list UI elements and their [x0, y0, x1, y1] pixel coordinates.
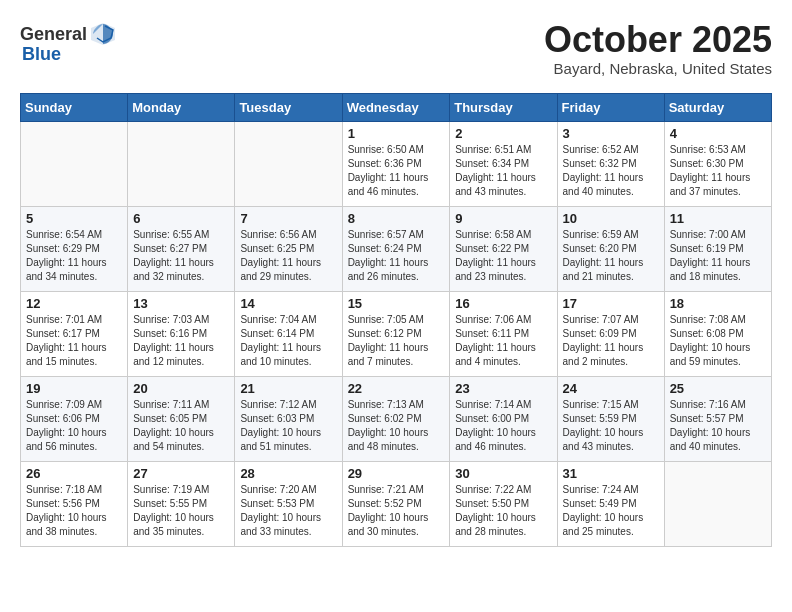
- day-number: 17: [563, 296, 659, 311]
- day-info: Sunrise: 7:18 AM Sunset: 5:56 PM Dayligh…: [26, 483, 122, 539]
- day-info: Sunrise: 7:19 AM Sunset: 5:55 PM Dayligh…: [133, 483, 229, 539]
- day-number: 11: [670, 211, 766, 226]
- weekday-header-row: SundayMondayTuesdayWednesdayThursdayFrid…: [21, 93, 772, 121]
- calendar-cell: [235, 121, 342, 206]
- calendar-cell: 6Sunrise: 6:55 AM Sunset: 6:27 PM Daylig…: [128, 206, 235, 291]
- calendar-cell: 25Sunrise: 7:16 AM Sunset: 5:57 PM Dayli…: [664, 376, 771, 461]
- day-info: Sunrise: 7:11 AM Sunset: 6:05 PM Dayligh…: [133, 398, 229, 454]
- calendar-cell: 10Sunrise: 6:59 AM Sunset: 6:20 PM Dayli…: [557, 206, 664, 291]
- calendar-cell: 12Sunrise: 7:01 AM Sunset: 6:17 PM Dayli…: [21, 291, 128, 376]
- day-number: 23: [455, 381, 551, 396]
- week-row-5: 26Sunrise: 7:18 AM Sunset: 5:56 PM Dayli…: [21, 461, 772, 546]
- day-number: 7: [240, 211, 336, 226]
- week-row-4: 19Sunrise: 7:09 AM Sunset: 6:06 PM Dayli…: [21, 376, 772, 461]
- calendar-cell: 30Sunrise: 7:22 AM Sunset: 5:50 PM Dayli…: [450, 461, 557, 546]
- day-info: Sunrise: 7:20 AM Sunset: 5:53 PM Dayligh…: [240, 483, 336, 539]
- calendar-cell: 23Sunrise: 7:14 AM Sunset: 6:00 PM Dayli…: [450, 376, 557, 461]
- day-info: Sunrise: 7:12 AM Sunset: 6:03 PM Dayligh…: [240, 398, 336, 454]
- day-info: Sunrise: 7:15 AM Sunset: 5:59 PM Dayligh…: [563, 398, 659, 454]
- day-info: Sunrise: 6:55 AM Sunset: 6:27 PM Dayligh…: [133, 228, 229, 284]
- calendar-cell: 11Sunrise: 7:00 AM Sunset: 6:19 PM Dayli…: [664, 206, 771, 291]
- weekday-header-tuesday: Tuesday: [235, 93, 342, 121]
- calendar-cell: 29Sunrise: 7:21 AM Sunset: 5:52 PM Dayli…: [342, 461, 450, 546]
- day-info: Sunrise: 7:03 AM Sunset: 6:16 PM Dayligh…: [133, 313, 229, 369]
- day-number: 29: [348, 466, 445, 481]
- calendar-cell: [21, 121, 128, 206]
- logo-blue-text: Blue: [22, 44, 61, 65]
- calendar-cell: 8Sunrise: 6:57 AM Sunset: 6:24 PM Daylig…: [342, 206, 450, 291]
- day-number: 6: [133, 211, 229, 226]
- calendar-cell: 27Sunrise: 7:19 AM Sunset: 5:55 PM Dayli…: [128, 461, 235, 546]
- calendar-cell: 18Sunrise: 7:08 AM Sunset: 6:08 PM Dayli…: [664, 291, 771, 376]
- calendar-cell: 1Sunrise: 6:50 AM Sunset: 6:36 PM Daylig…: [342, 121, 450, 206]
- day-number: 16: [455, 296, 551, 311]
- weekday-header-thursday: Thursday: [450, 93, 557, 121]
- day-info: Sunrise: 7:04 AM Sunset: 6:14 PM Dayligh…: [240, 313, 336, 369]
- day-info: Sunrise: 7:05 AM Sunset: 6:12 PM Dayligh…: [348, 313, 445, 369]
- day-number: 1: [348, 126, 445, 141]
- week-row-1: 1Sunrise: 6:50 AM Sunset: 6:36 PM Daylig…: [21, 121, 772, 206]
- calendar-cell: 3Sunrise: 6:52 AM Sunset: 6:32 PM Daylig…: [557, 121, 664, 206]
- day-info: Sunrise: 7:24 AM Sunset: 5:49 PM Dayligh…: [563, 483, 659, 539]
- day-info: Sunrise: 6:59 AM Sunset: 6:20 PM Dayligh…: [563, 228, 659, 284]
- calendar-cell: 28Sunrise: 7:20 AM Sunset: 5:53 PM Dayli…: [235, 461, 342, 546]
- calendar-cell: 21Sunrise: 7:12 AM Sunset: 6:03 PM Dayli…: [235, 376, 342, 461]
- day-info: Sunrise: 6:53 AM Sunset: 6:30 PM Dayligh…: [670, 143, 766, 199]
- calendar-cell: 4Sunrise: 6:53 AM Sunset: 6:30 PM Daylig…: [664, 121, 771, 206]
- day-number: 9: [455, 211, 551, 226]
- day-number: 24: [563, 381, 659, 396]
- page-header: General Blue October 2025 Bayard, Nebras…: [20, 20, 772, 77]
- day-number: 4: [670, 126, 766, 141]
- day-info: Sunrise: 7:13 AM Sunset: 6:02 PM Dayligh…: [348, 398, 445, 454]
- logo: General Blue: [20, 20, 115, 65]
- day-number: 22: [348, 381, 445, 396]
- day-info: Sunrise: 6:56 AM Sunset: 6:25 PM Dayligh…: [240, 228, 336, 284]
- calendar-cell: 2Sunrise: 6:51 AM Sunset: 6:34 PM Daylig…: [450, 121, 557, 206]
- day-info: Sunrise: 7:00 AM Sunset: 6:19 PM Dayligh…: [670, 228, 766, 284]
- calendar-cell: 15Sunrise: 7:05 AM Sunset: 6:12 PM Dayli…: [342, 291, 450, 376]
- calendar-cell: [128, 121, 235, 206]
- weekday-header-wednesday: Wednesday: [342, 93, 450, 121]
- day-number: 3: [563, 126, 659, 141]
- day-info: Sunrise: 6:58 AM Sunset: 6:22 PM Dayligh…: [455, 228, 551, 284]
- day-number: 14: [240, 296, 336, 311]
- calendar-table: SundayMondayTuesdayWednesdayThursdayFrid…: [20, 93, 772, 547]
- day-number: 19: [26, 381, 122, 396]
- day-info: Sunrise: 7:08 AM Sunset: 6:08 PM Dayligh…: [670, 313, 766, 369]
- calendar-cell: 22Sunrise: 7:13 AM Sunset: 6:02 PM Dayli…: [342, 376, 450, 461]
- day-number: 8: [348, 211, 445, 226]
- calendar-cell: 14Sunrise: 7:04 AM Sunset: 6:14 PM Dayli…: [235, 291, 342, 376]
- title-block: October 2025 Bayard, Nebraska, United St…: [544, 20, 772, 77]
- day-number: 26: [26, 466, 122, 481]
- day-number: 27: [133, 466, 229, 481]
- day-info: Sunrise: 7:16 AM Sunset: 5:57 PM Dayligh…: [670, 398, 766, 454]
- day-info: Sunrise: 7:21 AM Sunset: 5:52 PM Dayligh…: [348, 483, 445, 539]
- day-info: Sunrise: 7:07 AM Sunset: 6:09 PM Dayligh…: [563, 313, 659, 369]
- day-info: Sunrise: 6:57 AM Sunset: 6:24 PM Dayligh…: [348, 228, 445, 284]
- logo-icon: [89, 20, 117, 48]
- day-number: 2: [455, 126, 551, 141]
- calendar-cell: 26Sunrise: 7:18 AM Sunset: 5:56 PM Dayli…: [21, 461, 128, 546]
- day-info: Sunrise: 6:52 AM Sunset: 6:32 PM Dayligh…: [563, 143, 659, 199]
- day-info: Sunrise: 6:54 AM Sunset: 6:29 PM Dayligh…: [26, 228, 122, 284]
- day-info: Sunrise: 7:01 AM Sunset: 6:17 PM Dayligh…: [26, 313, 122, 369]
- calendar-cell: 20Sunrise: 7:11 AM Sunset: 6:05 PM Dayli…: [128, 376, 235, 461]
- day-number: 12: [26, 296, 122, 311]
- day-number: 13: [133, 296, 229, 311]
- day-info: Sunrise: 7:14 AM Sunset: 6:00 PM Dayligh…: [455, 398, 551, 454]
- weekday-header-saturday: Saturday: [664, 93, 771, 121]
- month-title: October 2025: [544, 20, 772, 60]
- calendar-cell: 17Sunrise: 7:07 AM Sunset: 6:09 PM Dayli…: [557, 291, 664, 376]
- week-row-3: 12Sunrise: 7:01 AM Sunset: 6:17 PM Dayli…: [21, 291, 772, 376]
- calendar-cell: 16Sunrise: 7:06 AM Sunset: 6:11 PM Dayli…: [450, 291, 557, 376]
- weekday-header-sunday: Sunday: [21, 93, 128, 121]
- calendar-cell: [664, 461, 771, 546]
- calendar-cell: 19Sunrise: 7:09 AM Sunset: 6:06 PM Dayli…: [21, 376, 128, 461]
- calendar-cell: 24Sunrise: 7:15 AM Sunset: 5:59 PM Dayli…: [557, 376, 664, 461]
- day-number: 28: [240, 466, 336, 481]
- location-text: Bayard, Nebraska, United States: [544, 60, 772, 77]
- calendar-cell: 7Sunrise: 6:56 AM Sunset: 6:25 PM Daylig…: [235, 206, 342, 291]
- week-row-2: 5Sunrise: 6:54 AM Sunset: 6:29 PM Daylig…: [21, 206, 772, 291]
- day-number: 30: [455, 466, 551, 481]
- day-info: Sunrise: 6:50 AM Sunset: 6:36 PM Dayligh…: [348, 143, 445, 199]
